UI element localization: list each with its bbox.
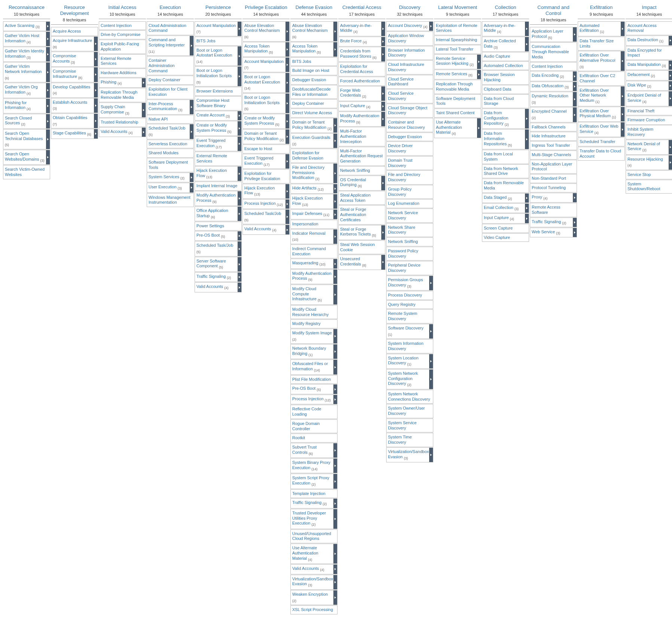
technique-cell[interactable]: Archive Collected Data (3) [482,37,529,52]
technique-cell[interactable]: System Shutdown/Reboot [626,180,672,194]
technique-cell[interactable]: Gather Victim Host Information (4) [3,31,50,46]
technique-cell[interactable]: Create or Modify System Process (5) [195,121,242,136]
expand-icon[interactable] [238,46,241,66]
technique-cell[interactable]: Establish Accounts (3) [51,98,98,113]
technique-cell[interactable]: Data from Cloud Storage [482,94,529,109]
technique-cell[interactable]: Impersonation [290,220,337,229]
technique-cell[interactable]: Valid Accounts (4) [99,127,146,137]
technique-cell[interactable]: File and Directory Permissions Modificat… [290,163,337,183]
technique-cell[interactable]: Plist File Modification [290,375,337,384]
technique-cell[interactable]: Log Enumeration [386,199,433,208]
technique-cell[interactable]: Software Discovery (1) [386,324,433,339]
technique-cell[interactable]: Brute Force (4) [338,37,385,46]
technique-cell[interactable]: Obtain Capabilities (7) [51,113,98,128]
expand-icon[interactable] [429,448,433,462]
technique-cell[interactable]: Network Service Discovery [386,209,433,223]
technique-cell[interactable]: Dynamic Resolution (3) [530,92,577,107]
expand-icon[interactable] [333,194,337,209]
technique-cell[interactable]: Boot or Logon Initialization Scripts (5) [195,66,242,86]
expand-icon[interactable] [333,164,337,183]
technique-cell[interactable]: Gather Victim Org Information (4) [3,83,50,98]
technique-cell[interactable]: Unsecured Credentials (8) [338,255,385,270]
technique-cell[interactable]: System Services (2) [147,173,194,182]
technique-cell[interactable]: Rootkit [290,434,337,443]
expand-icon[interactable] [46,130,50,149]
expand-icon[interactable] [285,42,289,57]
tactic-name[interactable]: Lateral Movement [435,4,480,10]
expand-icon[interactable] [333,443,337,458]
technique-cell[interactable]: Cloud Service Dashboard [386,75,433,89]
expand-icon[interactable] [333,184,337,193]
technique-cell[interactable]: Compromise Infrastructure (8) [51,67,98,82]
technique-cell[interactable]: Unused/Unsupported Cloud Regions [290,529,337,544]
technique-cell[interactable]: Application Layer Protocol (5) [530,27,577,42]
expand-icon[interactable] [46,22,50,31]
expand-icon[interactable] [525,109,529,128]
technique-cell[interactable]: Encrypted Channel (2) [530,107,577,122]
expand-icon[interactable] [333,509,337,529]
technique-cell[interactable]: Exploitation for Privilege Escalation [242,169,290,183]
technique-cell[interactable]: Exfiltration Over Other Network Medium (… [578,86,625,106]
technique-cell[interactable]: Modify Registry [290,319,337,328]
technique-cell[interactable]: Exploitation of Remote Services [434,21,481,36]
technique-cell[interactable]: Pre-OS Boot (5) [195,231,242,241]
technique-cell[interactable]: Defacement (2) [626,70,672,80]
expand-icon[interactable] [285,210,289,224]
technique-cell[interactable]: Multi-Factor Authentication Request Gene… [338,147,385,166]
expand-icon[interactable] [238,22,241,36]
expand-icon[interactable] [381,37,385,46]
technique-cell[interactable]: Gather Victim Network Information (6) [3,62,50,82]
tactic-name[interactable]: Defense Evasion [291,4,337,10]
expand-icon[interactable] [429,276,433,290]
expand-icon[interactable] [142,78,146,87]
technique-cell[interactable]: Use Alternate Authentication Material (4… [290,544,337,564]
expand-icon[interactable] [46,114,50,128]
technique-cell[interactable]: Account Access Removal [626,21,672,36]
tactic-name[interactable]: Persistence [195,4,241,10]
technique-cell[interactable]: Internal Spearphishing [434,36,481,45]
technique-cell[interactable]: Search Open Websites/Domains (3) [3,150,50,165]
tactic-header[interactable]: Impact14 techniques [626,3,672,19]
technique-cell[interactable]: Debugger Evasion [290,76,337,85]
technique-cell[interactable]: Virtualization/Sandbox Evasion (3) [386,447,433,462]
technique-cell[interactable]: Browser Extensions [195,87,242,96]
technique-cell[interactable]: Network Share Discovery [386,223,433,237]
expand-icon[interactable] [669,61,672,70]
expand-icon[interactable] [238,137,241,151]
technique-cell[interactable]: Execution Guardrails (2) [290,133,337,148]
technique-cell[interactable]: Hijack Execution Flow (13) [242,184,290,199]
expand-icon[interactable] [333,499,337,508]
technique-cell[interactable]: Boot or Logon Autostart Execution (14) [195,46,242,66]
technique-cell[interactable]: Fallback Channels [530,123,577,132]
technique-cell[interactable]: Steal or Forge Kerberos Tickets (5) [338,225,385,240]
expand-icon[interactable] [333,285,337,304]
expand-icon[interactable] [333,329,337,343]
technique-cell[interactable]: User Execution (3) [147,183,194,192]
technique-cell[interactable]: Account Manipulation (7) [195,21,242,36]
technique-cell[interactable]: Exfiltration Over Web Service (4) [578,122,625,137]
technique-cell[interactable]: Server Software Component (5) [195,257,242,272]
technique-cell[interactable]: Valid Accounts (4) [290,564,337,574]
technique-cell[interactable]: Software Deployment Tools [147,158,194,172]
expand-icon[interactable] [238,191,241,206]
technique-cell[interactable]: Windows Management Instrumentation [147,193,194,207]
expand-icon[interactable] [285,94,289,113]
technique-cell[interactable]: Modify System Image (2) [290,329,337,344]
technique-cell[interactable]: Search Victim-Owned Websites [3,165,50,179]
technique-cell[interactable]: Account Discovery (4) [386,21,433,31]
expand-icon[interactable] [46,150,50,164]
technique-cell[interactable]: Power Settings [195,222,242,231]
technique-cell[interactable]: Drive-by Compromise [99,30,146,39]
expand-icon[interactable] [94,83,98,97]
technique-cell[interactable]: Obfuscated Files or Information (14) [290,359,337,374]
technique-cell[interactable]: Develop Capabilities (4) [51,83,98,98]
technique-cell[interactable]: Steal Web Session Cookie [338,240,385,255]
tactic-header[interactable]: Collection17 techniques [482,3,529,19]
technique-cell[interactable]: Clipboard Data [482,85,529,94]
technique-cell[interactable]: Cloud Infrastructure Discovery [386,60,433,75]
technique-cell[interactable]: Permission Groups Discovery (3) [386,276,433,291]
technique-cell[interactable]: Audio Capture [482,52,529,61]
technique-cell[interactable]: Password Policy Discovery [386,247,433,261]
expand-icon[interactable] [381,86,385,101]
expand-icon[interactable] [142,128,146,137]
